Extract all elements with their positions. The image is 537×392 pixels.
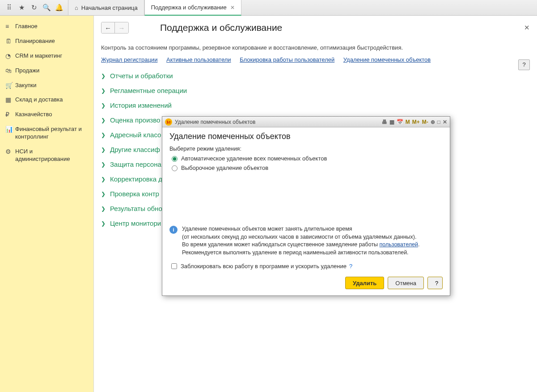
delete-button[interactable]: Удалить <box>345 277 384 289</box>
dialog-titlebar[interactable]: 1c Удаление помеченных объектов 🖶 ▦ 📅 M … <box>162 117 450 127</box>
tab-home[interactable]: ⌂ Начальная страница <box>68 0 144 15</box>
sidebar-item-admin[interactable]: ⚙НСИ и администрирование <box>0 144 93 167</box>
nav-forward-button[interactable]: → <box>115 22 128 33</box>
bag-icon: 🛍 <box>5 67 15 74</box>
info-text: Удаление помеченных объектов может занят… <box>182 225 419 257</box>
page-title: Поддержка и обслуживание <box>160 22 282 33</box>
link-active-users[interactable]: Активные пользователи <box>166 56 231 63</box>
section-history[interactable]: ❯История изменений <box>101 98 530 113</box>
app-logo-icon: 1c <box>165 118 172 126</box>
home-icon: ⌂ <box>75 4 78 11</box>
chevron-right-icon: ❯ <box>101 176 106 182</box>
chevron-right-icon: ❯ <box>101 206 106 212</box>
gear-icon: ⚙ <box>5 148 15 155</box>
page-description: Контроль за состоянием программы, резерв… <box>94 36 537 55</box>
dialog-window-title: Удаление помеченных объектов <box>175 119 255 125</box>
tab-close-icon[interactable]: ✕ <box>230 4 235 11</box>
help-button[interactable]: ? <box>518 59 530 70</box>
tab-home-label: Начальная страница <box>81 4 138 11</box>
search-icon[interactable]: 🔍 <box>40 4 53 12</box>
sidebar-item-treasury[interactable]: ₽Казначейство <box>0 107 93 122</box>
calendar-icon[interactable]: 📅 <box>397 119 403 125</box>
cart-icon: 🛒 <box>5 82 15 89</box>
star-icon[interactable]: ★ <box>15 4 28 12</box>
tab-support-label: Поддержка и обслуживание <box>151 4 227 11</box>
chevron-right-icon: ❯ <box>101 73 106 79</box>
chevron-right-icon: ❯ <box>101 102 106 109</box>
sidebar: ≡Главное 🗓Планирование ◔CRM и маркетинг … <box>0 16 94 392</box>
calc-m-button[interactable]: M <box>406 119 410 125</box>
table-icon[interactable]: ▦ <box>389 119 394 125</box>
delete-marked-dialog: 1c Удаление помеченных объектов 🖶 ▦ 📅 M … <box>162 116 450 296</box>
radio-auto-delete[interactable]: Автоматическое удаление всех помеченных … <box>169 155 443 162</box>
nav-buttons: ← → <box>101 22 129 34</box>
block-checkbox[interactable] <box>171 263 177 269</box>
page-close-icon[interactable]: ✕ <box>524 24 530 32</box>
users-link[interactable]: пользователей <box>380 241 418 248</box>
dialog-close-icon[interactable]: ✕ <box>443 119 447 125</box>
menu-icon: ≡ <box>5 23 15 30</box>
sidebar-item-warehouse[interactable]: ▦Склад и доставка <box>0 93 93 107</box>
quick-links: Журнал регистрации Активные пользователи… <box>94 55 537 65</box>
sidebar-item-finance[interactable]: 📊Финансовый результат и контроллинг <box>0 122 93 144</box>
link-block-users[interactable]: Блокировка работы пользователей <box>240 56 334 63</box>
sidebar-item-crm[interactable]: ◔CRM и маркетинг <box>0 49 93 63</box>
info-icon: i <box>169 226 178 234</box>
sidebar-item-purchases[interactable]: 🛒Закупки <box>0 78 93 93</box>
dialog-help-button[interactable]: ? <box>427 277 443 289</box>
zoom-icon[interactable]: ⊕ <box>431 119 435 125</box>
bell-icon[interactable]: 🔔 <box>53 4 65 12</box>
section-reports[interactable]: ❯Отчеты и обработки <box>101 68 530 83</box>
block-checkbox-row[interactable]: Заблокировать всю работу в программе и у… <box>169 262 443 270</box>
chevron-right-icon: ❯ <box>101 147 106 153</box>
chevron-right-icon: ❯ <box>101 132 106 138</box>
calc-mminus-button[interactable]: M- <box>422 119 428 125</box>
section-scheduled[interactable]: ❯Регламентные операции <box>101 83 530 98</box>
chevron-right-icon: ❯ <box>101 117 106 123</box>
pie-icon: ◔ <box>5 52 15 59</box>
calc-mplus-button[interactable]: M+ <box>412 119 420 125</box>
sidebar-item-planning[interactable]: 🗓Планирование <box>0 34 93 49</box>
grid-icon: ▦ <box>5 96 15 103</box>
chart-icon: 📊 <box>5 126 15 133</box>
radio-auto-input[interactable] <box>172 156 178 162</box>
tab-support[interactable]: Поддержка и обслуживание ✕ <box>144 0 241 16</box>
calendar-icon: 🗓 <box>5 38 15 45</box>
sidebar-item-sales[interactable]: 🛍Продажи <box>0 63 93 78</box>
link-log[interactable]: Журнал регистрации <box>101 56 157 63</box>
radio-selective-delete[interactable]: Выборочное удаление объектов <box>169 164 443 171</box>
print-icon[interactable]: 🖶 <box>382 119 387 125</box>
radio-selective-input[interactable] <box>172 165 178 171</box>
chevron-right-icon: ❯ <box>101 191 106 197</box>
ruble-icon: ₽ <box>5 111 15 118</box>
mode-label: Выберите режим удаления: <box>169 146 443 152</box>
nav-back-button[interactable]: ← <box>101 22 115 33</box>
chevron-right-icon: ❯ <box>101 220 106 227</box>
apps-icon[interactable]: ⠿ <box>3 4 15 12</box>
chevron-right-icon: ❯ <box>101 161 106 168</box>
maximize-icon[interactable]: □ <box>437 119 440 125</box>
sidebar-item-main[interactable]: ≡Главное <box>0 19 93 34</box>
history-icon[interactable]: ↻ <box>28 4 40 12</box>
dialog-heading: Удаление помеченных объектов <box>169 132 443 141</box>
cancel-button[interactable]: Отмена <box>388 277 424 289</box>
block-help-icon[interactable]: ? <box>349 263 352 270</box>
link-delete-marked[interactable]: Удаление помеченных объектов <box>343 56 431 63</box>
chevron-right-icon: ❯ <box>101 88 106 94</box>
